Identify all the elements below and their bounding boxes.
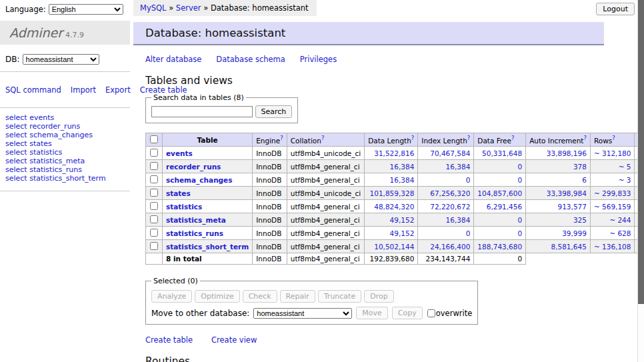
- data-free-link[interactable]: 0: [517, 216, 522, 224]
- select-link[interactable]: select: [5, 148, 27, 157]
- auto-increment-link[interactable]: 913,577: [558, 203, 587, 211]
- truncate-button[interactable]: Truncate: [318, 290, 361, 303]
- row-checkbox[interactable]: [150, 189, 158, 197]
- row-checkbox[interactable]: [150, 149, 158, 157]
- data-free-link[interactable]: 6,291,456: [487, 203, 522, 211]
- scrollbar-thumb[interactable]: [638, 0, 644, 304]
- auto-increment-link[interactable]: 8,581,645: [551, 243, 586, 251]
- table-name-link[interactable]: recorder_runs: [166, 163, 221, 171]
- overwrite-checkbox[interactable]: [427, 309, 435, 317]
- data-length-link[interactable]: 31,522,816: [374, 149, 414, 157]
- data-free-link[interactable]: 0: [517, 163, 522, 171]
- table-name-link[interactable]: statistics_runs: [166, 229, 223, 237]
- rows-estimate-link[interactable]: ~ 299,833: [594, 189, 631, 197]
- help-link[interactable]: ?: [467, 135, 471, 141]
- data-free-link[interactable]: 0: [517, 229, 522, 237]
- alter-database-link[interactable]: Alter database: [145, 55, 201, 64]
- row-checkbox[interactable]: [150, 242, 158, 250]
- privileges-link[interactable]: Privileges: [300, 55, 337, 64]
- data-length-link[interactable]: 16,384: [390, 163, 415, 171]
- sql-command-link[interactable]: SQL command: [5, 85, 61, 95]
- help-link[interactable]: ?: [612, 135, 615, 141]
- table-name-link[interactable]: events: [166, 149, 193, 157]
- auto-increment-link[interactable]: 33,898,196: [547, 149, 587, 157]
- rows-estimate-link[interactable]: ~ 569,159: [594, 203, 631, 211]
- check-button[interactable]: Check: [243, 290, 277, 303]
- row-checkbox[interactable]: [150, 215, 158, 223]
- rows-estimate-link[interactable]: ~ 3: [619, 176, 631, 184]
- copy-button[interactable]: Copy: [392, 307, 423, 319]
- language-select[interactable]: English: [49, 4, 123, 15]
- breadcrumb-server-link[interactable]: Server: [176, 3, 201, 13]
- breadcrumb-mysql-link[interactable]: MySQL: [140, 3, 167, 13]
- move-button[interactable]: Move: [356, 307, 388, 319]
- sidebar-table-link[interactable]: statistics_short_term: [29, 174, 105, 183]
- import-link[interactable]: Import: [71, 85, 96, 95]
- data-free-link[interactable]: 50,331,648: [482, 149, 522, 157]
- help-link[interactable]: ?: [511, 135, 515, 141]
- select-link[interactable]: select: [5, 174, 27, 183]
- auto-increment-link[interactable]: 6: [582, 176, 587, 184]
- export-link[interactable]: Export: [105, 85, 131, 95]
- table-name-link[interactable]: states: [166, 189, 191, 197]
- data-length-link[interactable]: 49,152: [390, 229, 415, 237]
- table-name-link[interactable]: statistics_meta: [166, 216, 226, 224]
- create-view-link[interactable]: Create view: [211, 335, 257, 345]
- rows-estimate-link[interactable]: ~ 628: [609, 229, 631, 237]
- sidebar-table-link[interactable]: recorder_runs: [29, 122, 80, 131]
- table-name-link[interactable]: statistics_short_term: [166, 243, 249, 251]
- auto-increment-link[interactable]: 325: [573, 216, 587, 224]
- row-checkbox[interactable]: [150, 175, 158, 183]
- row-checkbox[interactable]: [150, 162, 158, 170]
- select-link[interactable]: select: [5, 139, 27, 148]
- database-schema-link[interactable]: Database schema: [216, 55, 285, 64]
- help-link[interactable]: ?: [321, 135, 325, 141]
- data-free-link[interactable]: 0: [517, 176, 522, 184]
- create-table-link-sidebar[interactable]: Create table: [140, 85, 187, 95]
- sidebar-table-link[interactable]: events: [29, 113, 54, 122]
- index-length-link[interactable]: 0: [466, 176, 471, 184]
- sidebar-table-link[interactable]: statistics_meta: [29, 157, 85, 165]
- data-length-link[interactable]: 49,152: [390, 216, 415, 224]
- optimize-button[interactable]: Optimize: [195, 290, 239, 303]
- select-link[interactable]: select: [5, 122, 27, 131]
- sidebar-table-link[interactable]: statistics_runs: [29, 165, 82, 174]
- index-length-link[interactable]: 72,220,672: [430, 203, 470, 211]
- db-select[interactable]: homeassistant: [23, 54, 99, 65]
- index-length-link[interactable]: 70,467,584: [430, 149, 470, 157]
- index-length-link[interactable]: 16,384: [446, 163, 471, 171]
- data-length-link[interactable]: 10,502,144: [374, 243, 414, 251]
- logout-button[interactable]: Logout: [596, 3, 635, 15]
- auto-increment-link[interactable]: 378: [573, 163, 587, 171]
- help-link[interactable]: ?: [583, 135, 587, 141]
- select-link[interactable]: select: [5, 131, 27, 139]
- drop-button[interactable]: Drop: [364, 290, 393, 303]
- table-name-link[interactable]: statistics: [166, 203, 202, 211]
- data-length-link[interactable]: 101,859,328: [370, 189, 415, 197]
- search-input[interactable]: [151, 106, 253, 117]
- sidebar-table-link[interactable]: states: [29, 139, 52, 148]
- sidebar-table-link[interactable]: statistics: [29, 148, 62, 157]
- create-table-link[interactable]: Create table: [145, 335, 193, 345]
- search-button[interactable]: Search: [255, 105, 293, 118]
- data-length-link[interactable]: 48,824,320: [374, 203, 414, 211]
- table-name-link[interactable]: schema_changes: [166, 176, 233, 184]
- row-checkbox[interactable]: [150, 229, 158, 237]
- data-free-link[interactable]: 104,857,600: [477, 189, 522, 197]
- repair-button[interactable]: Repair: [280, 290, 315, 303]
- select-link[interactable]: select: [5, 157, 27, 165]
- data-free-link[interactable]: 188,743,680: [477, 243, 522, 251]
- index-length-link[interactable]: 0: [466, 229, 471, 237]
- select-link[interactable]: select: [5, 113, 27, 122]
- select-link[interactable]: select: [5, 165, 27, 174]
- rows-estimate-link[interactable]: ~ 244: [609, 216, 631, 224]
- help-link[interactable]: ?: [411, 135, 415, 141]
- analyze-button[interactable]: Analyze: [151, 290, 192, 303]
- rows-estimate-link[interactable]: ~ 5: [619, 163, 631, 171]
- auto-increment-link[interactable]: 33,398,984: [547, 189, 587, 197]
- index-length-link[interactable]: 24,166,400: [430, 243, 470, 251]
- index-length-link[interactable]: 16,384: [446, 216, 471, 224]
- sidebar-table-link[interactable]: schema_changes: [29, 131, 93, 139]
- auto-increment-link[interactable]: 39,999: [562, 229, 587, 237]
- select-all-checkbox[interactable]: [150, 135, 158, 143]
